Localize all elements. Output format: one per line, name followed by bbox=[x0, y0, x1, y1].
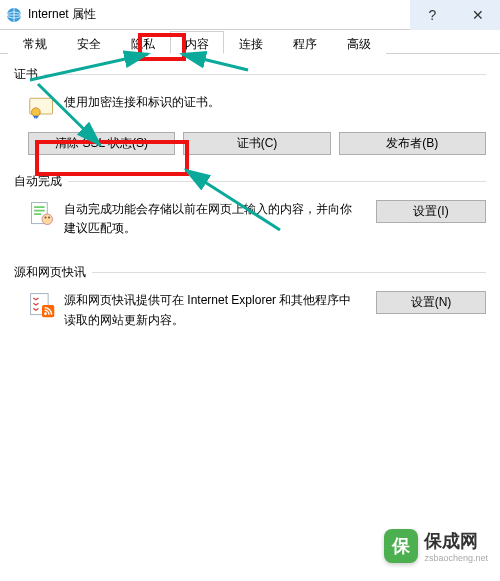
tab-content-panel: 证书 使用加密连接和标识的证书。 清除 SSL 状态(S) 证书(C) 发布者(… bbox=[0, 54, 500, 368]
publishers-button[interactable]: 发布者(B) bbox=[339, 132, 486, 155]
section-autocomplete: 自动完成 自动完成功能会存储以前在网页上输入的内容，并向你建议匹配项。 设置(I… bbox=[14, 173, 486, 246]
watermark-logo: 保 bbox=[384, 529, 418, 563]
tab-security[interactable]: 安全 bbox=[62, 31, 116, 54]
autocomplete-desc: 自动完成功能会存储以前在网页上输入的内容，并向你建议匹配项。 bbox=[64, 200, 371, 238]
feeds-heading: 源和网页快讯 bbox=[14, 264, 86, 281]
tab-connections[interactable]: 连接 bbox=[224, 31, 278, 54]
svg-point-6 bbox=[44, 216, 46, 218]
svg-point-7 bbox=[48, 216, 50, 218]
internet-options-icon bbox=[6, 7, 22, 23]
tabs-bar: 常规 安全 隐私 内容 连接 程序 高级 bbox=[0, 30, 500, 54]
svg-point-5 bbox=[42, 214, 53, 225]
autocomplete-heading: 自动完成 bbox=[14, 173, 62, 190]
tab-programs[interactable]: 程序 bbox=[278, 31, 332, 54]
certificate-icon bbox=[28, 93, 64, 124]
svg-point-3 bbox=[32, 108, 41, 117]
feeds-desc: 源和网页快讯提供可在 Internet Explorer 和其他程序中读取的网站… bbox=[64, 291, 371, 329]
watermark-url: zsbaocheng.net bbox=[424, 553, 488, 563]
svg-point-10 bbox=[44, 313, 47, 316]
watermark: 保 保成网 zsbaocheng.net bbox=[384, 529, 488, 563]
section-certificates: 证书 使用加密连接和标识的证书。 清除 SSL 状态(S) 证书(C) 发布者(… bbox=[14, 66, 486, 155]
titlebar: Internet 属性 ? ✕ bbox=[0, 0, 500, 30]
certificates-desc: 使用加密连接和标识的证书。 bbox=[64, 93, 486, 124]
tab-advanced[interactable]: 高级 bbox=[332, 31, 386, 54]
feeds-icon bbox=[28, 291, 64, 329]
certificates-heading: 证书 bbox=[14, 66, 38, 83]
tab-privacy[interactable]: 隐私 bbox=[116, 31, 170, 54]
window-title: Internet 属性 bbox=[28, 6, 410, 23]
close-button[interactable]: ✕ bbox=[455, 0, 500, 30]
autocomplete-settings-button[interactable]: 设置(I) bbox=[376, 200, 486, 223]
tab-content[interactable]: 内容 bbox=[170, 31, 224, 54]
feeds-settings-button[interactable]: 设置(N) bbox=[376, 291, 486, 314]
autocomplete-icon bbox=[28, 200, 64, 238]
clear-ssl-button[interactable]: 清除 SSL 状态(S) bbox=[28, 132, 175, 155]
section-feeds: 源和网页快讯 源和网页快讯提供可在 Internet Explorer 和其他程… bbox=[14, 264, 486, 337]
certificates-button[interactable]: 证书(C) bbox=[183, 132, 330, 155]
watermark-name: 保成网 bbox=[424, 529, 488, 553]
help-button[interactable]: ? bbox=[410, 0, 455, 30]
tab-general[interactable]: 常规 bbox=[8, 31, 62, 54]
